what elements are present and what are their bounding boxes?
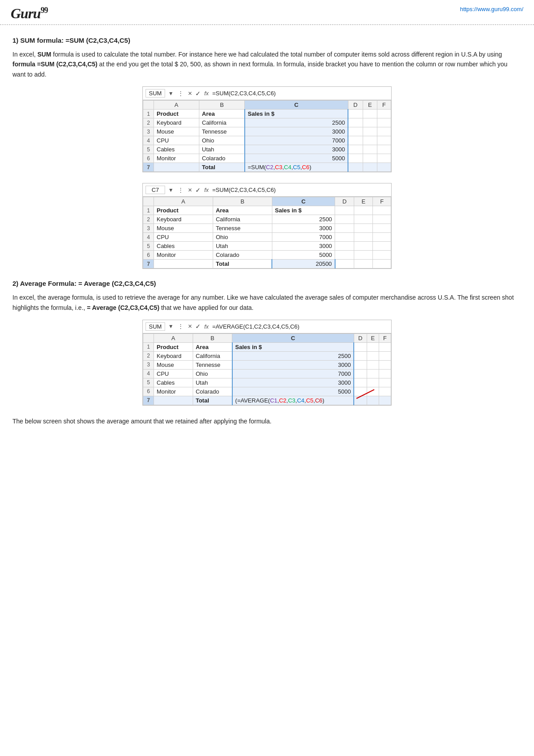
col-b-header: B <box>199 101 245 110</box>
cell-d6 <box>348 154 363 163</box>
check-icon-avg: ✓ <box>195 323 201 330</box>
logo-sup: 99 <box>40 6 48 15</box>
colon-icon-avg: ⋮ <box>177 323 185 329</box>
section2: 2) Average Formula: = Average (C2,C3,C4,… <box>12 280 522 426</box>
col-b-header-2: B <box>213 197 272 206</box>
cell-c7: =SUM(C2,C3,C4,C5,C6) <box>245 163 348 172</box>
cell-e1 <box>363 110 377 118</box>
cell-t2-d1 <box>335 206 354 215</box>
cell-c6: 5000 <box>245 154 348 163</box>
colon-icon: ⋮ <box>177 90 185 97</box>
spreadsheet-1: SUM ▼ ⋮ ✕ ✓ fx =SUM(C2,C3,C4,C5,C6) A B … <box>142 86 392 172</box>
cell-e7 <box>363 163 377 172</box>
table-row: 2 Keyboard California 2500 <box>143 351 391 360</box>
formula-bar-1: SUM ▼ ⋮ ✕ ✓ fx =SUM(C2,C3,C4,C5,C6) <box>143 87 391 100</box>
fx-label: fx <box>202 90 210 97</box>
cell-b7: Total <box>199 163 245 172</box>
table-row: 6 Monitor Colarado 5000 <box>143 387 391 396</box>
col-d-header-2: D <box>335 197 354 206</box>
cell-a2: Keyboard <box>154 118 199 127</box>
cell-e2 <box>363 118 377 127</box>
cell-d4 <box>348 136 363 145</box>
formula-bar-2: C7 ▼ ⋮ ✕ ✓ fx =SUM(C2,C3,C4,C5,C6) <box>143 183 391 197</box>
cell-t2-c1: Sales in $ <box>272 206 335 215</box>
cell-b4: Ohio <box>199 136 245 145</box>
cell-ref-1: SUM <box>146 89 165 98</box>
close-icon-avg: ✕ <box>186 323 194 329</box>
logo: Guru99 <box>11 5 48 22</box>
cell-f7 <box>377 163 391 172</box>
cell-t2-e1 <box>354 206 373 215</box>
fx-label-avg: fx <box>202 323 210 330</box>
cell-b3: Tennesse <box>199 127 245 136</box>
table-row: 1 Product Area Sales in $ <box>143 110 391 118</box>
cell-d2 <box>348 118 363 127</box>
table-row: 5 Cables Utah 3000 <box>143 145 391 154</box>
formula-text-1: =SUM(C2,C3,C4,C5,C6) <box>212 90 388 97</box>
cell-b1: Area <box>199 110 245 118</box>
cell-b5: Utah <box>199 145 245 154</box>
dropdown-icon-avg: ▼ <box>167 323 175 329</box>
cell-a4: CPU <box>154 136 199 145</box>
cell-f5 <box>377 145 391 154</box>
cell-b6: Colarado <box>199 154 245 163</box>
close-icon: ✕ <box>186 90 194 97</box>
header-link[interactable]: https://www.guru99.com/ <box>460 5 523 12</box>
col-e-header-2: E <box>354 197 373 206</box>
table-row: 3 Mouse Tennesse 3000 <box>143 127 391 136</box>
table-row: 7 Total 20500 <box>143 260 391 268</box>
cell-f6 <box>377 154 391 163</box>
cell-c1: Sales in $ <box>245 110 348 118</box>
table-row: 1 Product Area Sales in $ <box>143 342 391 351</box>
col-c-header-2: C <box>272 197 335 206</box>
col-c-header: C <box>245 101 348 110</box>
fx-label-2: fx <box>202 187 210 193</box>
table-row: 6 Monitor Colarado 5000 <box>143 251 391 260</box>
cell-c4: 7000 <box>245 136 348 145</box>
table-row: 5 Cables Utah 3000 <box>143 242 391 251</box>
section1: 1) SUM formula: =SUM (C2,C3,C4,C5) In ex… <box>12 37 522 269</box>
check-icon-2: ✓ <box>195 187 201 194</box>
cell-e3 <box>363 127 377 136</box>
formula-bar-avg-1: SUM ▼ ⋮ ✕ ✓ fx =AVERAGE(C1,C2,C3,C4,C5,C… <box>143 320 391 333</box>
cell-f1 <box>377 110 391 118</box>
table-row: 3 Mouse Tennesse 3000 <box>143 360 391 369</box>
diagonal-line <box>354 387 376 401</box>
cell-a1: Product <box>154 110 199 118</box>
corner-cell-2 <box>143 197 154 206</box>
cell-t2-f1 <box>373 206 391 215</box>
section1-heading: 1) SUM formula: =SUM (C2,C3,C4,C5) <box>12 37 522 44</box>
cell-a5: Cables <box>154 145 199 154</box>
table-row: 4 CPU Ohio 7000 <box>143 136 391 145</box>
cell-f4 <box>377 136 391 145</box>
main-content: 1) SUM formula: =SUM (C2,C3,C4,C5) In ex… <box>0 25 534 441</box>
table-row: 2 Keyboard California 2500 <box>143 118 391 127</box>
grid-2: A B C D E F 1 Product Area Sales in $ <box>143 197 391 268</box>
cell-a6: Monitor <box>154 154 199 163</box>
table-row: 7 Total (=AVERAGE(C1,C2,C3,C4,C5,C6) <box>143 396 391 405</box>
colon-icon-2: ⋮ <box>177 187 185 193</box>
close-icon-2: ✕ <box>186 187 194 193</box>
grid-avg-1: A B C D E F 1 Product Area Sales in $ <box>143 333 391 405</box>
table-row: 3 Mouse Tennesse 3000 <box>143 224 391 233</box>
spreadsheet-avg-1: SUM ▼ ⋮ ✕ ✓ fx =AVERAGE(C1,C2,C3,C4,C5,C… <box>142 320 392 406</box>
cell-f3 <box>377 127 391 136</box>
cell-a7 <box>154 163 199 172</box>
cell-c2: 2500 <box>245 118 348 127</box>
cell-t2-c2: 2500 <box>272 215 335 224</box>
corner-cell <box>143 101 154 110</box>
formula-text-2: =SUM(C2,C3,C4,C5,C6) <box>212 187 388 193</box>
spreadsheet-2: C7 ▼ ⋮ ✕ ✓ fx =SUM(C2,C3,C4,C5,C6) A B C… <box>142 183 392 269</box>
col-f-header-2: F <box>373 197 391 206</box>
cell-a3: Mouse <box>154 127 199 136</box>
cell-d1 <box>348 110 363 118</box>
cell-e4 <box>363 136 377 145</box>
col-a-header: A <box>154 101 199 110</box>
col-f-header: F <box>377 101 391 110</box>
table-row: 4 CPU Ohio 7000 <box>143 233 391 242</box>
cell-e6 <box>363 154 377 163</box>
cell-f2 <box>377 118 391 127</box>
section1-para: In excel, SUM formula is used to calcula… <box>12 49 522 79</box>
formula-text-avg: =AVERAGE(C1,C2,C3,C4,C5,C6) <box>212 323 388 330</box>
site-url[interactable]: https://www.guru99.com/ <box>460 6 523 12</box>
